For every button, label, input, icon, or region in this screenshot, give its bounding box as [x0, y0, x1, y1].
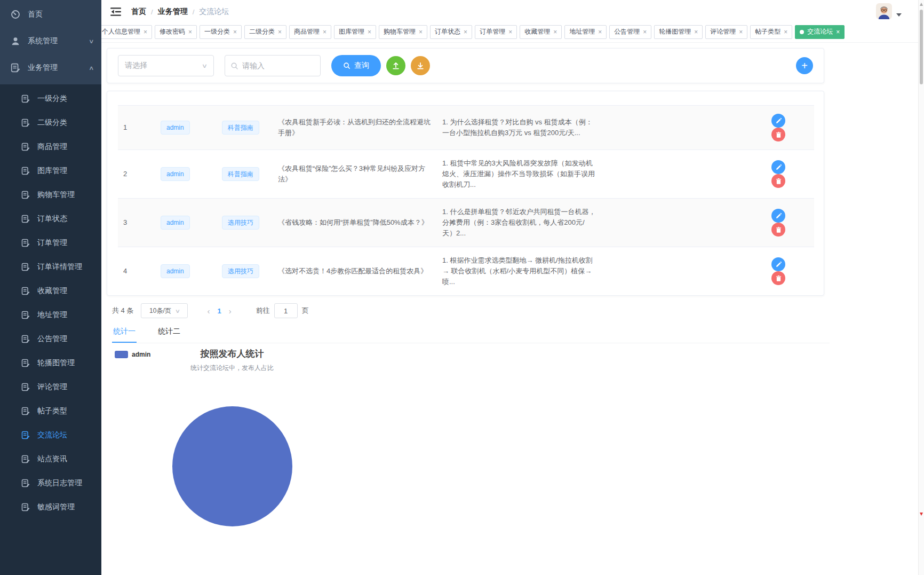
scroll-down-icon[interactable] — [920, 513, 923, 516]
tab[interactable]: 订单管理 × — [475, 25, 517, 39]
page-unit-label: 页 — [302, 306, 309, 316]
tab[interactable]: 帖子类型 × — [750, 25, 792, 39]
next-page-icon[interactable]: › — [229, 306, 232, 316]
tab-close-icon[interactable]: × — [144, 29, 147, 35]
sidebar-submenu-item[interactable]: 一级分类 — [0, 86, 101, 111]
sidebar-fold-icon[interactable] — [110, 7, 122, 17]
tab-close-icon[interactable]: × — [784, 29, 787, 35]
edit-button[interactable] — [771, 114, 785, 128]
upload-button[interactable] — [386, 56, 405, 75]
tab[interactable]: 二级分类 × — [244, 25, 286, 39]
table-column-header — [273, 91, 437, 106]
sidebar-submenu-item[interactable]: 站点资讯 — [0, 447, 101, 471]
tab-close-icon[interactable]: × — [739, 29, 743, 35]
sidebar-submenu-item[interactable]: 公告管理 — [0, 327, 101, 351]
stat-tab[interactable]: 统计一 — [112, 325, 137, 343]
open-tabs: 个人信息管理 × 修改密码 × 一级分类 × 二级分类 × — [101, 25, 845, 39]
sidebar-submenu-item[interactable]: 图库管理 — [0, 159, 101, 183]
sidebar-submenu-item[interactable]: 收藏管理 — [0, 279, 101, 303]
tab[interactable]: 商品管理 × — [289, 25, 331, 39]
edit-button[interactable] — [771, 209, 785, 223]
post-title: 《农具租赁新手必读：从选机到归还的全流程避坑手册》 — [273, 106, 437, 150]
sidebar-top-menu: 首页 系统管理 ∨ 业务管理 ∧ — [0, 0, 101, 84]
sidebar-submenu-item[interactable]: 商品管理 — [0, 135, 101, 159]
sidebar-submenu-item[interactable]: 帖子类型 — [0, 399, 101, 423]
tab[interactable]: 交流论坛 × — [795, 25, 845, 39]
edit-button[interactable] — [771, 257, 785, 271]
posts-table: 1 admin 科普指南 《农具租赁新手必读：从选机到归还的全流程避坑手册》 1… — [118, 91, 814, 295]
tab[interactable]: 个人信息管理 × — [101, 25, 152, 39]
goto-page-input[interactable] — [274, 303, 298, 318]
user-menu[interactable] — [876, 3, 902, 19]
user-badge: admin — [161, 121, 190, 135]
sidebar: 首页 系统管理 ∨ 业务管理 ∧ — [0, 0, 101, 575]
tab-close-icon[interactable]: × — [508, 29, 512, 35]
tab[interactable]: 公告管理 × — [609, 25, 651, 39]
tab[interactable]: 收藏管理 × — [520, 25, 562, 39]
sidebar-submenu-label: 订单详情管理 — [37, 262, 82, 272]
tab-close-icon[interactable]: × — [464, 29, 467, 35]
tab[interactable]: 评论管理 × — [705, 25, 747, 39]
tab-close-icon[interactable]: × — [694, 29, 698, 35]
delete-button[interactable] — [771, 174, 785, 188]
sidebar-submenu-item[interactable]: 系统日志管理 — [0, 471, 101, 495]
tab-close-icon[interactable]: × — [553, 29, 557, 35]
scrollbar[interactable] — [918, 0, 924, 575]
sidebar-submenu-item[interactable]: 购物车管理 — [0, 183, 101, 207]
scrollbar-thumb[interactable] — [920, 10, 923, 84]
delete-button[interactable] — [771, 128, 785, 141]
query-button-label: 查询 — [354, 61, 369, 70]
table-column-header — [155, 91, 217, 106]
delete-button[interactable] — [771, 223, 785, 237]
sidebar-submenu-item[interactable]: 订单管理 — [0, 231, 101, 255]
download-button[interactable] — [411, 56, 430, 75]
scroll-up-icon[interactable] — [920, 3, 923, 6]
page-number[interactable]: 1 — [217, 307, 221, 315]
tab[interactable]: 修改密码 × — [155, 25, 197, 39]
breadcrumb-home[interactable]: 首页 — [131, 7, 146, 17]
query-button[interactable]: 查询 — [331, 55, 381, 76]
sidebar-item-home[interactable]: 首页 — [0, 1, 101, 28]
sidebar-submenu-item[interactable]: 敏感词管理 — [0, 495, 101, 519]
sidebar-submenu-item[interactable]: 交流论坛 — [0, 423, 101, 447]
edit-button[interactable] — [771, 160, 785, 174]
tab-close-icon[interactable]: × — [233, 29, 237, 35]
post-title: 《省钱攻略：如何用“拼单租赁”降低50%成本？》 — [273, 199, 437, 247]
avatar[interactable] — [876, 3, 892, 19]
tab[interactable]: 订单状态 × — [430, 25, 472, 39]
add-button[interactable]: + — [796, 57, 813, 74]
tab[interactable]: 购物车管理 × — [379, 25, 427, 39]
chevron-down-icon: ∨ — [175, 308, 180, 314]
tab[interactable]: 图库管理 × — [334, 25, 376, 39]
tab-close-icon[interactable]: × — [323, 29, 326, 35]
sidebar-submenu-item[interactable]: 轮播图管理 — [0, 351, 101, 375]
tab-close-icon[interactable]: × — [643, 29, 647, 35]
tab-close-icon[interactable]: × — [278, 29, 282, 35]
stat-tab[interactable]: 统计二 — [157, 325, 181, 343]
search-input[interactable] — [242, 61, 315, 70]
tab-close-icon[interactable]: × — [419, 29, 423, 35]
sidebar-item-system-management[interactable]: 系统管理 ∨ — [0, 28, 101, 54]
tab-close-icon[interactable]: × — [598, 29, 602, 35]
breadcrumb-business[interactable]: 业务管理 — [158, 7, 188, 17]
tab[interactable]: 一级分类 × — [200, 25, 242, 39]
trash-icon — [775, 275, 782, 282]
tab-close-icon[interactable]: × — [188, 29, 192, 35]
sidebar-item-business-management[interactable]: 业务管理 ∧ — [0, 54, 101, 81]
sidebar-submenu-item[interactable]: 二级分类 — [0, 111, 101, 135]
tab-close-icon[interactable]: × — [368, 29, 371, 35]
page-size-select[interactable]: 10条/页 ∨ — [141, 303, 188, 318]
tab[interactable]: 轮播图管理 × — [654, 25, 703, 39]
sidebar-submenu-item[interactable]: 地址管理 — [0, 303, 101, 327]
sidebar-submenu-label: 订单管理 — [37, 238, 67, 248]
chart-subtitle: 统计交流论坛中，发布人占比 — [112, 364, 352, 373]
prev-page-icon[interactable]: ‹ — [207, 306, 210, 316]
sidebar-submenu-item[interactable]: 订单详情管理 — [0, 255, 101, 279]
delete-button[interactable] — [771, 271, 785, 285]
filter-field-select[interactable]: 请选择 ∨ — [118, 55, 214, 76]
sidebar-submenu-item[interactable]: 订单状态 — [0, 207, 101, 231]
tab[interactable]: 地址管理 × — [564, 25, 607, 39]
select-placeholder: 请选择 — [125, 61, 147, 70]
tab-close-icon[interactable]: × — [836, 29, 840, 35]
sidebar-submenu-item[interactable]: 评论管理 — [0, 375, 101, 399]
